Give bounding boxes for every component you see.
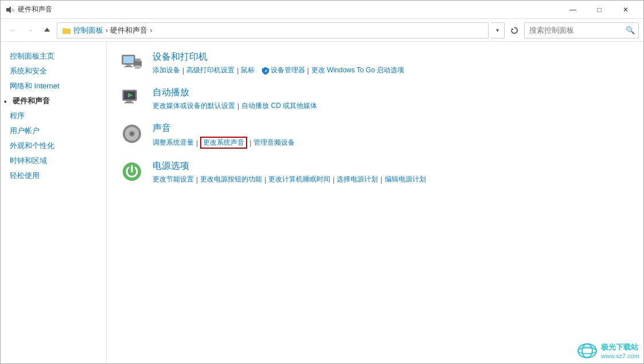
power-body: 电源选项 更改节能设置 | 更改电源按钮的功能 | 更改计算机睡眠时间 | 选择… [153, 160, 426, 184]
devices-svg-icon [121, 53, 143, 72]
search-icon: 🔍 [626, 26, 635, 34]
sidebar-item-system[interactable]: 系统和安全 [1, 64, 106, 79]
sound-icon [120, 122, 143, 145]
sidebar-item-home[interactable]: 控制面板主页 [1, 49, 106, 64]
sound-title[interactable]: 声音 [153, 122, 295, 134]
up-button[interactable] [40, 23, 54, 38]
autoplay-body: 自动播放 更改媒体或设备的默认设置 | 自动播放 CD 或其他媒体 [153, 87, 317, 111]
up-icon [43, 26, 51, 34]
address-bar: ← → 控制面板 › 硬件和声音 › ▾ 🔍 [1, 19, 643, 42]
power-title[interactable]: 电源选项 [153, 160, 426, 172]
close-button[interactable]: ✕ [612, 1, 639, 19]
maximize-button[interactable]: □ [586, 1, 612, 19]
main-content: 控制面板主页 系统和安全 网络和 Internet 硬件和声音 程序 用户帐户 … [1, 42, 643, 363]
window-icon: )))) [5, 5, 14, 14]
search-input[interactable] [529, 26, 626, 34]
sidebar-item-hardware[interactable]: 硬件和声音 [1, 94, 106, 109]
svg-rect-10 [124, 66, 132, 67]
path-home: 控制面板 [73, 25, 103, 36]
autoplay-links: 更改媒体或设备的默认设置 | 自动播放 CD 或其他媒体 [153, 101, 317, 111]
watermark-text: 极光下载站 www.xz7.com [601, 342, 639, 359]
sidebar-item-network[interactable]: 网络和 Internet [1, 79, 106, 94]
back-button[interactable]: ← [5, 23, 20, 38]
path-trailing-arrow: › [150, 26, 152, 34]
content-area: 设备和打印机 添加设备 | 高级打印机设置 | 鼠标 ✔ [107, 42, 643, 363]
section-sound: 声音 调整系统音量 | 更改系统声音 | 管理音频设备 [120, 122, 630, 149]
devices-links: 添加设备 | 高级打印机设置 | 鼠标 ✔ [153, 65, 404, 75]
minimize-button[interactable]: — [560, 1, 586, 19]
svg-rect-13 [135, 65, 140, 69]
svg-rect-5 [63, 28, 66, 29]
link-change-sounds[interactable]: 更改系统声音 [200, 137, 247, 149]
path-separator-1: › [106, 26, 108, 34]
link-printer-settings[interactable]: 高级打印机设置 [186, 65, 235, 75]
link-device-manager[interactable]: 设备管理器 [271, 65, 305, 75]
svg-point-23 [131, 133, 133, 135]
sidebar-item-user[interactable]: 用户帐户 [1, 123, 106, 138]
svg-point-26 [582, 344, 592, 358]
window-controls: — □ ✕ [560, 1, 639, 19]
section-devices: 设备和打印机 添加设备 | 高级打印机设置 | 鼠标 ✔ [120, 51, 630, 75]
sound-svg-icon [122, 123, 142, 144]
autoplay-svg-icon [122, 88, 142, 109]
sidebar: 控制面板主页 系统和安全 网络和 Internet 硬件和声音 程序 用户帐户 … [1, 42, 107, 363]
link-change-default[interactable]: 更改媒体或设备的默认设置 [153, 101, 235, 111]
link-adjust-volume[interactable]: 调整系统音量 [153, 138, 194, 148]
title-bar: )))) 硬件和声音 — □ ✕ [1, 1, 643, 19]
svg-point-25 [578, 344, 596, 358]
power-icon [120, 160, 143, 183]
svg-rect-18 [126, 100, 132, 102]
autoplay-icon [120, 87, 143, 110]
window-title: 硬件和声音 [18, 5, 560, 14]
link-mouse[interactable]: 鼠标 [241, 65, 255, 75]
svg-rect-8 [123, 56, 134, 63]
sidebar-item-accessibility[interactable]: 轻松使用 [1, 168, 106, 183]
main-window: )))) 硬件和声音 — □ ✕ ← → 控制面板 › 硬件和声音 › [0, 0, 644, 364]
svg-marker-3 [44, 28, 50, 32]
svg-rect-4 [63, 29, 71, 34]
shield-icon: ✔ [261, 67, 270, 75]
watermark-site-name: 极光下载站 [601, 342, 639, 353]
sidebar-item-programs[interactable]: 程序 [1, 109, 106, 123]
autoplay-title[interactable]: 自动播放 [153, 87, 317, 99]
link-sleep-time[interactable]: 更改计算机睡眠时间 [268, 175, 330, 184]
svg-rect-19 [124, 102, 134, 103]
devices-icon [120, 51, 143, 74]
svg-rect-0 [6, 8, 9, 11]
svg-point-27 [578, 348, 596, 354]
power-links: 更改节能设置 | 更改电源按钮的功能 | 更改计算机睡眠时间 | 选择电源计划 … [153, 175, 426, 184]
power-svg-icon [122, 161, 142, 182]
link-power-save[interactable]: 更改节能设置 [153, 175, 194, 184]
folder-icon [62, 26, 71, 35]
svg-marker-1 [9, 6, 11, 13]
svg-marker-6 [512, 28, 514, 30]
devices-title[interactable]: 设备和打印机 [153, 51, 404, 63]
link-edit-plan[interactable]: 编辑电源计划 [385, 175, 426, 184]
hardware-sound-icon: )))) [5, 5, 14, 14]
address-dropdown-button[interactable]: ▾ [491, 22, 505, 38]
refresh-icon [510, 26, 518, 34]
watermark: 极光下载站 www.xz7.com [577, 342, 639, 359]
forward-button[interactable]: → [22, 23, 37, 38]
sidebar-item-clock[interactable]: 时钟和区域 [1, 153, 106, 168]
devices-body: 设备和打印机 添加设备 | 高级打印机设置 | 鼠标 ✔ [153, 51, 404, 75]
svg-text:✔: ✔ [264, 69, 267, 73]
refresh-button[interactable] [507, 23, 522, 38]
sound-links: 调整系统音量 | 更改系统声音 | 管理音频设备 [153, 137, 295, 149]
svg-text:)))): )))) [11, 8, 14, 11]
shield-wrapper: ✔ [261, 67, 271, 75]
link-power-button[interactable]: 更改电源按钮的功能 [200, 175, 262, 184]
watermark-logo-icon [577, 343, 598, 359]
svg-rect-9 [126, 64, 131, 66]
watermark-site-url: www.xz7.com [601, 353, 639, 359]
path-current: 硬件和声音 [110, 25, 147, 36]
search-box: 🔍 [524, 22, 639, 38]
sound-body: 声音 调整系统音量 | 更改系统声音 | 管理音频设备 [153, 122, 295, 149]
address-path-box[interactable]: 控制面板 › 硬件和声音 › [57, 22, 489, 38]
link-windows-to-go[interactable]: 更改 Windows To Go 启动选项 [311, 65, 404, 75]
link-autoplay-cd[interactable]: 自动播放 CD 或其他媒体 [241, 101, 317, 111]
sidebar-item-appearance[interactable]: 外观和个性化 [1, 138, 106, 153]
link-manage-audio[interactable]: 管理音频设备 [253, 138, 295, 148]
link-select-plan[interactable]: 选择电源计划 [337, 175, 378, 184]
link-add-device[interactable]: 添加设备 [153, 65, 180, 75]
